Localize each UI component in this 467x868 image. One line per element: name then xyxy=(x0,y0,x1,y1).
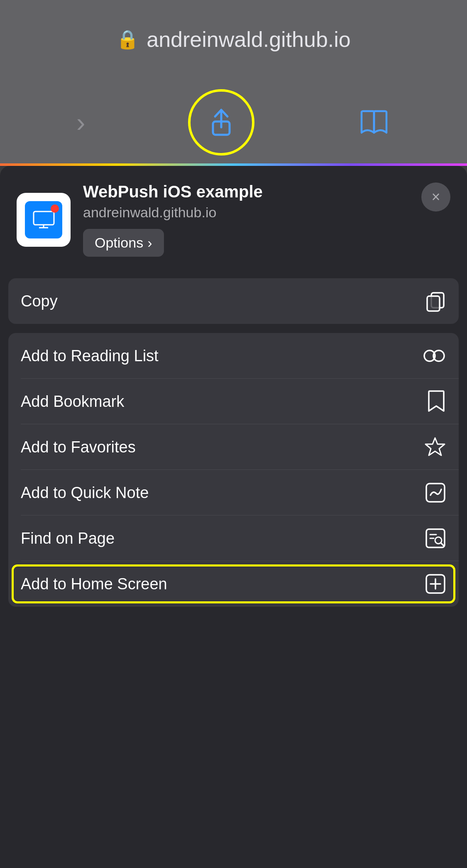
app-header: WebPush iOS example andreinwald.github.i… xyxy=(0,166,467,269)
share-button[interactable] xyxy=(188,89,254,156)
quick-note-label: Add to Quick Note xyxy=(21,484,149,502)
bottom-spacer xyxy=(0,616,467,641)
reading-list-icon xyxy=(422,348,446,364)
browser-toolbar: › xyxy=(0,79,467,166)
options-button[interactable]: Options › xyxy=(83,229,164,257)
app-title: WebPush iOS example xyxy=(83,182,450,201)
quick-note-icon xyxy=(425,482,446,503)
options-chevron: › xyxy=(147,235,152,251)
add-bookmark-item[interactable]: Add Bookmark xyxy=(8,379,459,424)
share-icon xyxy=(205,106,238,139)
copy-menu-item[interactable]: Copy xyxy=(8,278,459,324)
share-sheet: WebPush iOS example andreinwald.github.i… xyxy=(0,166,467,868)
bookmark-label: Add Bookmark xyxy=(21,393,124,411)
find-on-page-item[interactable]: Find on Page xyxy=(8,515,459,561)
find-on-page-label: Find on Page xyxy=(21,530,115,547)
add-home-screen-item[interactable]: Add to Home Screen xyxy=(8,561,459,607)
forward-arrow-icon[interactable]: › xyxy=(76,107,85,138)
app-info: WebPush iOS example andreinwald.github.i… xyxy=(83,182,450,257)
add-reading-list-item[interactable]: Add to Reading List xyxy=(8,333,459,379)
close-icon: × xyxy=(431,190,440,204)
bookmark-icon xyxy=(426,390,446,413)
add-home-label: Add to Home Screen xyxy=(21,575,167,593)
svg-line-15 xyxy=(441,543,443,545)
svg-marker-9 xyxy=(425,438,445,455)
copy-icon xyxy=(425,290,446,312)
find-on-page-icon xyxy=(425,528,446,549)
app-icon xyxy=(17,193,71,247)
url-text[interactable]: andreinwald.github.io xyxy=(147,27,350,52)
copy-section: Copy xyxy=(8,278,459,324)
actions-section: Add to Reading List Add Bookmark Add to … xyxy=(8,333,459,607)
app-icon-svg xyxy=(32,210,55,229)
reading-list-label: Add to Reading List xyxy=(21,347,159,365)
add-home-icon xyxy=(425,573,446,595)
svg-rect-2 xyxy=(34,212,54,225)
favorites-icon xyxy=(424,436,446,458)
options-label: Options xyxy=(95,235,143,251)
close-button[interactable]: × xyxy=(421,182,450,212)
app-icon-inner xyxy=(25,201,62,238)
reading-list-toolbar-icon[interactable] xyxy=(357,108,391,137)
copy-label: Copy xyxy=(21,292,58,310)
lock-icon: 🔒 xyxy=(116,29,139,50)
svg-rect-6 xyxy=(427,296,440,311)
app-url-display: andreinwald.github.io xyxy=(83,204,450,221)
add-quick-note-item[interactable]: Add to Quick Note xyxy=(8,470,459,515)
favorites-label: Add to Favorites xyxy=(21,438,136,456)
browser-url-bar: 🔒 andreinwald.github.io xyxy=(0,0,467,79)
add-favorites-item[interactable]: Add to Favorites xyxy=(8,424,459,470)
